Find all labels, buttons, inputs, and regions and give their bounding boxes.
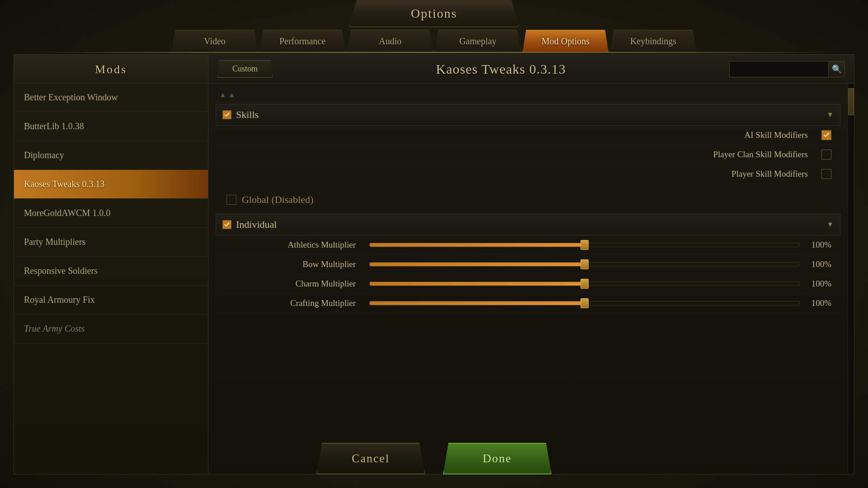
setting-ai-skill-checkbox[interactable] <box>821 130 831 140</box>
right-panel-scrollbar[interactable] <box>848 84 854 474</box>
nav-border <box>36 52 832 53</box>
section-skills: Skills ▼ AI Skill Modifiers Player Clan … <box>216 104 840 184</box>
setting-player-clan-label: Player Clan Skill Modifiers <box>225 150 821 160</box>
setting-bow-slider[interactable] <box>369 262 800 267</box>
sidebar-header: Mods <box>14 55 208 83</box>
search-input[interactable] <box>729 61 829 77</box>
section-individual-toggle-icon: ▼ <box>826 221 834 229</box>
sidebar: Mods Better Exception Window ButterLib 1… <box>14 54 208 474</box>
right-content: ▲ ▲ Skills ▼ AI Skill Modifiers <box>208 84 848 474</box>
setting-charm-multiplier: Charm Multiplier 100% <box>216 274 840 294</box>
section-individual-checkbox[interactable] <box>222 220 231 229</box>
sidebar-item-kaoses-tweaks[interactable]: Kaoses Tweaks 0.3.13 <box>14 170 208 199</box>
sidebar-item-butterlib[interactable]: ButterLib 1.0.38 <box>14 112 208 141</box>
page-title: Options <box>411 6 458 21</box>
setting-athletics-slider[interactable] <box>369 243 800 247</box>
right-panel-body: ▲ ▲ Skills ▼ AI Skill Modifiers <box>208 84 854 474</box>
mod-title: Kaoses Tweaks 0.3.13 <box>282 61 720 77</box>
page-container: Options Video Performance Audio Gameplay… <box>0 0 868 488</box>
done-button[interactable]: Done <box>443 443 552 474</box>
setting-charm-label: Charm Multiplier <box>225 279 369 289</box>
slider-bow-fill <box>370 263 585 266</box>
search-container: 🔍 <box>729 61 845 77</box>
section-individual-title: Individual <box>236 219 822 230</box>
setting-crafting-value: 100% <box>800 298 831 308</box>
slider-bow-handle[interactable] <box>580 259 589 269</box>
sidebar-item-moregoldawcm[interactable]: MoreGoldAWCM 1.0.0 <box>14 199 208 228</box>
sidebar-item-party-multipliers[interactable]: Party Multipliers <box>14 228 208 257</box>
slider-charm-fill <box>370 282 585 286</box>
sidebar-item-true-army-costs[interactable]: True Army Costs <box>14 314 208 343</box>
setting-player-skill-modifiers: Player Skill Modifiers <box>216 164 840 184</box>
tab-performance[interactable]: Performance <box>259 30 345 52</box>
setting-athletics-label: Athletics Multiplier <box>225 240 369 250</box>
slider-charm-handle[interactable] <box>580 279 589 289</box>
global-disabled-checkbox[interactable] <box>226 195 236 205</box>
title-bar: Options <box>348 0 520 27</box>
section-skills-checkbox[interactable] <box>222 110 231 119</box>
setting-player-clan-checkbox[interactable] <box>821 150 831 160</box>
top-cutoff-row: ▲ ▲ <box>208 88 848 102</box>
sidebar-item-responsive-soldiers[interactable]: Responsive Soldiers <box>14 257 208 286</box>
sidebar-list: Better Exception Window ButterLib 1.0.38… <box>14 83 208 474</box>
global-disabled-label: Global (Disabled) <box>242 194 313 206</box>
setting-charm-slider[interactable] <box>369 282 800 286</box>
top-cutoff-text: ▲ ▲ <box>219 91 236 99</box>
slider-crafting-handle[interactable] <box>580 298 589 308</box>
setting-athletics-multiplier: Athletics Multiplier 100% <box>216 235 840 255</box>
section-individual: Individual ▼ Athletics Multiplier 100% <box>216 214 840 313</box>
section-individual-header[interactable]: Individual ▼ <box>216 214 840 235</box>
tab-video[interactable]: Video <box>172 30 258 52</box>
slider-athletics-handle[interactable] <box>580 240 589 250</box>
setting-bow-multiplier: Bow Multiplier 100% <box>216 255 840 274</box>
bottom-buttons: Cancel Done <box>316 443 552 474</box>
setting-player-clan-skill-modifiers: Player Clan Skill Modifiers <box>216 145 840 164</box>
tab-mod-options[interactable]: Mod Options <box>523 30 609 52</box>
setting-ai-skill-label: AI Skill Modifiers <box>225 130 821 140</box>
right-panel: Custom Kaoses Tweaks 0.3.13 🔍 ▲ ▲ <box>208 54 854 474</box>
sidebar-item-better-exception-window[interactable]: Better Exception Window <box>14 83 208 112</box>
sidebar-title: Mods <box>23 63 199 76</box>
setting-crafting-multiplier: Crafting Multiplier 100% <box>216 294 840 313</box>
slider-crafting-fill <box>370 301 585 305</box>
section-skills-header[interactable]: Skills ▼ <box>216 104 840 126</box>
cancel-button[interactable]: Cancel <box>316 443 425 474</box>
section-skills-toggle-icon: ▼ <box>826 111 834 119</box>
setting-player-skill-label: Player Skill Modifiers <box>225 169 821 179</box>
setting-bow-value: 100% <box>800 259 831 269</box>
scrollbar-thumb[interactable] <box>848 88 854 115</box>
setting-ai-skill-modifiers: AI Skill Modifiers <box>216 126 840 145</box>
setting-charm-value: 100% <box>800 279 831 289</box>
setting-player-skill-checkbox[interactable] <box>821 169 831 179</box>
sidebar-item-diplomacy[interactable]: Diplomacy <box>14 141 208 170</box>
slider-athletics-fill <box>370 243 585 247</box>
main-content: Mods Better Exception Window ButterLib 1… <box>14 54 854 474</box>
search-icon-button[interactable]: 🔍 <box>829 61 845 77</box>
custom-button[interactable]: Custom <box>217 60 273 78</box>
right-panel-header: Custom Kaoses Tweaks 0.3.13 🔍 <box>208 55 854 84</box>
section-skills-title: Skills <box>236 109 822 121</box>
tab-keybindings[interactable]: Keybindings <box>610 30 696 52</box>
sidebar-item-royal-armoury-fix[interactable]: Royal Armoury Fix <box>14 286 208 314</box>
setting-bow-label: Bow Multiplier <box>225 259 369 269</box>
setting-crafting-slider[interactable] <box>369 301 800 305</box>
setting-athletics-value: 100% <box>800 240 831 250</box>
tab-gameplay[interactable]: Gameplay <box>435 30 521 52</box>
setting-crafting-label: Crafting Multiplier <box>225 298 369 308</box>
tab-audio[interactable]: Audio <box>347 30 433 52</box>
search-icon: 🔍 <box>832 64 842 74</box>
section-global-disabled[interactable]: Global (Disabled) <box>216 188 840 212</box>
nav-tabs: Video Performance Audio Gameplay Mod Opt… <box>163 28 705 54</box>
